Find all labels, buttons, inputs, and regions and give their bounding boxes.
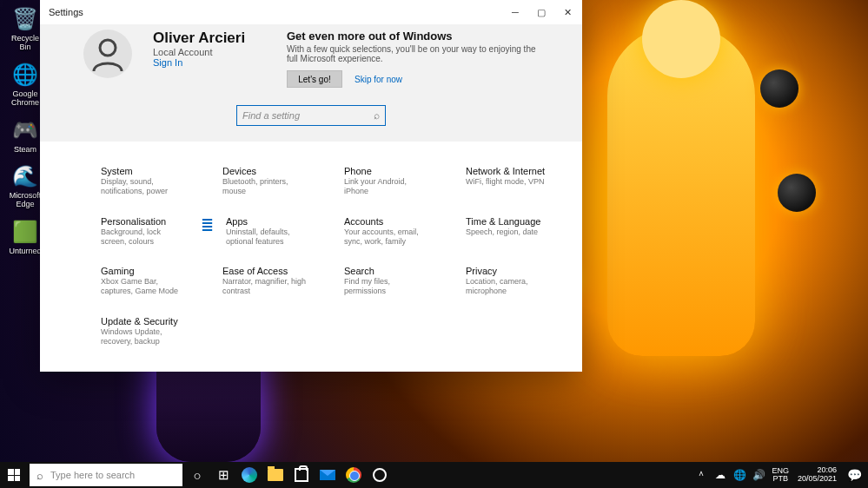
category-title: System <box>101 166 188 176</box>
taskbar-settings[interactable] <box>367 462 393 488</box>
category-desc: Background, lock screen, colours <box>101 228 188 247</box>
category-desc: Windows Update, recovery, backup <box>101 327 188 347</box>
titlebar: Settings ─ ▢ ✕ <box>40 0 582 24</box>
category-update-security[interactable]: Update & Security Windows Update, recove… <box>101 316 214 347</box>
find-setting-input[interactable] <box>242 110 374 121</box>
category-title: Gaming <box>101 266 188 276</box>
action-center-button[interactable]: 💬 <box>842 468 866 482</box>
skip-link[interactable]: Skip for now <box>354 75 402 84</box>
category-title: Time & Language <box>466 216 540 227</box>
recycle-bin-icon: 🗑️ <box>11 5 39 33</box>
language-indicator[interactable]: ENGPTB <box>768 467 792 483</box>
user-name: Oliver Arcieri <box>153 30 248 47</box>
category-time-language[interactable]: Time & Language Speech, region, date <box>466 216 579 247</box>
settings-header: Oliver Arcieri Local Account Sign In Get… <box>40 24 582 142</box>
sign-in-link[interactable]: Sign In <box>153 57 248 68</box>
category-desc: Find my files, permissions <box>344 277 431 297</box>
taskbar-search-input[interactable] <box>50 470 176 480</box>
category-desc: Bluetooth, printers, mouse <box>222 177 309 197</box>
category-search[interactable]: Search Find my files, permissions <box>344 266 457 297</box>
taskbar-store[interactable] <box>288 462 315 488</box>
category-title: Phone <box>344 166 431 176</box>
windows-icon <box>8 469 20 481</box>
taskbar-explorer[interactable] <box>262 462 288 488</box>
volume-icon[interactable]: 🔊 <box>749 469 768 481</box>
google-chrome-icon: 🌐 <box>11 61 39 89</box>
category-desc: Location, camera, microphone <box>466 277 553 297</box>
category-title: Accounts <box>344 216 431 227</box>
settings-window: Settings ─ ▢ ✕ Oliver Arcieri Local Acco… <box>40 0 582 372</box>
category-accounts[interactable]: Accounts Your accounts, email, sync, wor… <box>344 216 457 247</box>
category-title: Privacy <box>466 266 553 276</box>
task-view-button[interactable]: ⊞ <box>210 462 236 488</box>
category-system[interactable]: System Display, sound, notifications, po… <box>101 166 214 197</box>
user-avatar[interactable] <box>83 30 132 78</box>
taskbar-search[interactable]: ⌕ <box>30 464 182 486</box>
taskbar: ⌕ ○ ⊞ ＾ ☁ 🌐 🔊 ENGPTB 20:0620/05/2021 💬 <box>0 462 868 488</box>
category-gaming[interactable]: Gaming Xbox Game Bar, captures, Game Mod… <box>101 266 214 297</box>
taskbar-edge[interactable] <box>236 462 262 488</box>
clock[interactable]: 20:0620/05/2021 <box>792 466 842 484</box>
category-devices[interactable]: Devices Bluetooth, printers, mouse <box>222 166 335 197</box>
onedrive-icon[interactable]: ☁ <box>711 469 730 481</box>
network-icon[interactable]: 🌐 <box>730 469 749 481</box>
desktop-icon-label: Unturned <box>9 247 41 256</box>
category-title: Search <box>344 266 431 276</box>
category-desc: Link your Android, iPhone <box>344 177 431 197</box>
category-desc: Display, sound, notifications, power <box>101 177 188 197</box>
minimize-button[interactable]: ─ <box>502 3 528 22</box>
search-icon: ⌕ <box>374 109 380 122</box>
find-setting-search[interactable]: ⌕ <box>236 105 386 126</box>
category-title: Ease of Access <box>222 266 309 276</box>
category-desc: WiFi, flight mode, VPN <box>466 177 545 187</box>
promo-title: Get even more out of Windows <box>287 30 539 43</box>
search-icon: ⌕ <box>36 469 43 482</box>
category-desc: Narrator, magnifier, high contrast <box>222 277 309 297</box>
taskbar-chrome[interactable] <box>341 462 367 488</box>
category-phone[interactable]: Phone Link your Android, iPhone <box>344 166 457 197</box>
category-title: Update & Security <box>101 316 188 326</box>
steam-icon: 🎮 <box>11 116 39 144</box>
close-button[interactable]: ✕ <box>554 3 580 22</box>
category-desc: Uninstall, defaults, optional features <box>226 228 313 247</box>
unturned-icon: 🟩 <box>11 218 39 246</box>
category-apps[interactable]: ≣ Apps Uninstall, defaults, optional fea… <box>222 216 335 247</box>
category-title: Personalisation <box>101 216 188 227</box>
category-title: Devices <box>222 166 309 176</box>
apps-icon: ≣ <box>196 216 217 247</box>
cortana-button[interactable]: ○ <box>184 462 210 488</box>
category-desc: Speech, region, date <box>466 228 540 237</box>
microsoft-edge-icon: 🌊 <box>11 162 39 190</box>
lets-go-button[interactable]: Let's go! <box>287 70 342 88</box>
category-desc: Your accounts, email, sync, work, family <box>344 228 431 247</box>
category-desc: Xbox Game Bar, captures, Game Mode <box>101 277 188 297</box>
window-title: Settings <box>49 7 83 17</box>
tray-overflow-icon[interactable]: ＾ <box>692 468 711 483</box>
maximize-button[interactable]: ▢ <box>528 3 554 22</box>
settings-categories: System Display, sound, notifications, po… <box>40 142 582 372</box>
category-ease-of-access[interactable]: Ease of Access Narrator, magnifier, high… <box>222 266 335 297</box>
desktop-icon-label: Steam <box>14 146 36 155</box>
category-privacy[interactable]: Privacy Location, camera, microphone <box>466 266 579 297</box>
svg-point-0 <box>83 30 132 78</box>
account-type: Local Account <box>153 47 248 57</box>
start-button[interactable] <box>0 462 28 488</box>
category-title: Apps <box>226 216 313 227</box>
category-title: Network & Internet <box>466 166 545 176</box>
category-network-internet[interactable]: Network & Internet WiFi, flight mode, VP… <box>466 166 579 197</box>
taskbar-mail[interactable] <box>315 462 341 488</box>
promo-subtitle: With a few quick selections, you'll be o… <box>287 44 539 63</box>
